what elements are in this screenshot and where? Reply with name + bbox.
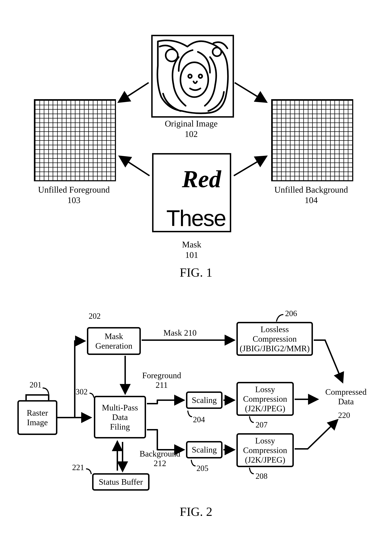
fig2-title: FIG. 2: [0, 505, 392, 519]
fig2-arrows: [0, 0, 392, 547]
